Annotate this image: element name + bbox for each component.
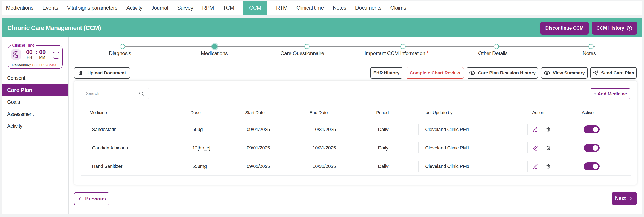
svg-text:$: $ — [16, 54, 18, 58]
